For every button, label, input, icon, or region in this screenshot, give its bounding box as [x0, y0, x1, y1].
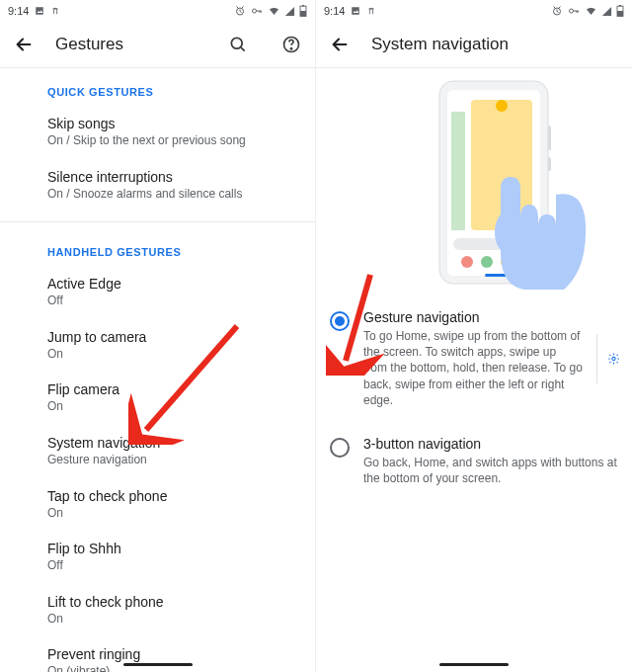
wifi-icon [585, 5, 597, 17]
signal-icon [601, 6, 612, 17]
svg-rect-29 [548, 157, 551, 171]
svg-point-9 [290, 48, 291, 49]
system-navigation-screen: 9:14 System navigation [316, 0, 632, 672]
svg-point-23 [461, 256, 473, 268]
svg-point-30 [495, 210, 522, 254]
svg-point-3 [253, 9, 257, 13]
svg-point-21 [496, 100, 508, 112]
illustration [316, 68, 632, 295]
option-3-button-navigation[interactable]: 3-button navigation Go back, Home, and s… [316, 422, 632, 500]
clock: 9:14 [8, 5, 29, 17]
alarm-icon [551, 5, 563, 17]
help-icon[interactable] [279, 33, 303, 56]
svg-rect-6 [300, 11, 306, 16]
section-header-quick: QUICK GESTURES [0, 72, 315, 106]
row-jump-to-camera[interactable]: Jump to camera On [0, 319, 315, 373]
status-bar: 9:14 [0, 0, 315, 22]
status-bar: 9:14 [316, 0, 632, 22]
row-lift-to-check[interactable]: Lift to check phone On [0, 584, 315, 637]
alarm-icon [234, 5, 246, 17]
svg-point-13 [570, 9, 574, 13]
battery-icon [616, 5, 624, 17]
row-system-navigation[interactable]: System navigation Gesture navigation [0, 425, 315, 478]
tesla-icon [50, 6, 60, 16]
svg-rect-16 [617, 11, 623, 16]
svg-rect-0 [37, 7, 44, 15]
photo-icon [351, 6, 360, 16]
page-title: System navigation [371, 35, 509, 54]
settings-list: QUICK GESTURES Skip songs On / Skip to t… [0, 68, 315, 672]
svg-rect-28 [548, 126, 551, 150]
row-tap-to-check[interactable]: Tap to check phone On [0, 478, 315, 532]
svg-point-31 [612, 357, 615, 360]
radio-selected-icon[interactable] [330, 311, 350, 331]
svg-rect-19 [451, 112, 465, 230]
app-bar: Gestures [0, 22, 315, 67]
page-title: Gestures [55, 35, 123, 54]
back-icon[interactable] [328, 33, 352, 56]
gear-icon[interactable] [596, 334, 620, 383]
photo-icon [35, 6, 44, 16]
row-prevent-ringing[interactable]: Prevent ringing On (vibrate) [0, 636, 315, 672]
app-bar: System navigation [316, 22, 632, 67]
svg-point-24 [481, 256, 493, 268]
nav-pill[interactable] [123, 663, 193, 666]
radio-unselected-icon[interactable] [330, 438, 350, 458]
tesla-icon [366, 6, 376, 16]
row-flip-to-shhh[interactable]: Flip to Shhh Off [0, 531, 315, 584]
nav-pill[interactable] [439, 663, 509, 666]
row-active-edge[interactable]: Active Edge Off [0, 266, 315, 319]
clock: 9:14 [324, 5, 345, 17]
option-gesture-navigation[interactable]: Gesture navigation To go Home, swipe up … [316, 295, 632, 422]
row-silence-interruptions[interactable]: Silence interruptions On / Snooze alarms… [0, 159, 315, 212]
gestures-screen: 9:14 Gestures QUICK GESTURES Skip songs … [0, 0, 316, 672]
battery-icon [299, 5, 307, 17]
row-flip-camera[interactable]: Flip camera On [0, 372, 315, 425]
back-icon[interactable] [12, 33, 36, 56]
section-header-handheld: HANDHELD GESTURES [0, 232, 315, 266]
svg-rect-10 [353, 7, 360, 15]
key-icon [250, 5, 264, 17]
row-skip-songs[interactable]: Skip songs On / Skip to the next or prev… [0, 106, 315, 159]
signal-icon [284, 6, 295, 17]
key-icon [567, 5, 581, 17]
search-icon[interactable] [226, 33, 250, 56]
svg-point-7 [231, 38, 242, 48]
wifi-icon [268, 5, 280, 17]
